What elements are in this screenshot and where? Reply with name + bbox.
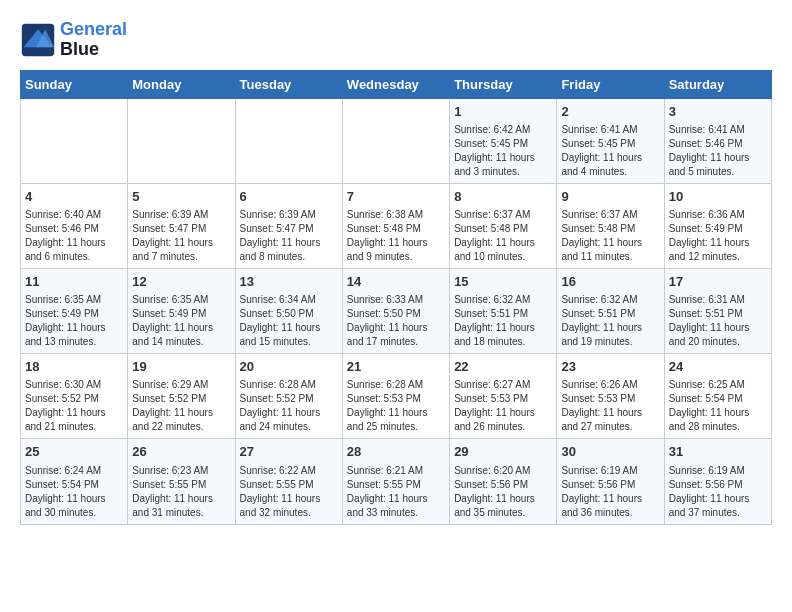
day-number: 17	[669, 273, 767, 291]
day-number: 16	[561, 273, 659, 291]
day-info: Sunrise: 6:35 AM Sunset: 5:49 PM Dayligh…	[132, 293, 230, 349]
day-cell: 4Sunrise: 6:40 AM Sunset: 5:46 PM Daylig…	[21, 183, 128, 268]
day-cell: 10Sunrise: 6:36 AM Sunset: 5:49 PM Dayli…	[664, 183, 771, 268]
day-info: Sunrise: 6:29 AM Sunset: 5:52 PM Dayligh…	[132, 378, 230, 434]
day-info: Sunrise: 6:32 AM Sunset: 5:51 PM Dayligh…	[561, 293, 659, 349]
day-info: Sunrise: 6:19 AM Sunset: 5:56 PM Dayligh…	[561, 464, 659, 520]
day-info: Sunrise: 6:33 AM Sunset: 5:50 PM Dayligh…	[347, 293, 445, 349]
day-info: Sunrise: 6:40 AM Sunset: 5:46 PM Dayligh…	[25, 208, 123, 264]
day-info: Sunrise: 6:21 AM Sunset: 5:55 PM Dayligh…	[347, 464, 445, 520]
day-number: 29	[454, 443, 552, 461]
day-cell: 6Sunrise: 6:39 AM Sunset: 5:47 PM Daylig…	[235, 183, 342, 268]
day-info: Sunrise: 6:27 AM Sunset: 5:53 PM Dayligh…	[454, 378, 552, 434]
week-row-3: 11Sunrise: 6:35 AM Sunset: 5:49 PM Dayli…	[21, 268, 772, 353]
weekday-header-friday: Friday	[557, 70, 664, 98]
day-number: 31	[669, 443, 767, 461]
week-row-4: 18Sunrise: 6:30 AM Sunset: 5:52 PM Dayli…	[21, 354, 772, 439]
day-info: Sunrise: 6:20 AM Sunset: 5:56 PM Dayligh…	[454, 464, 552, 520]
day-number: 21	[347, 358, 445, 376]
week-row-2: 4Sunrise: 6:40 AM Sunset: 5:46 PM Daylig…	[21, 183, 772, 268]
day-cell: 17Sunrise: 6:31 AM Sunset: 5:51 PM Dayli…	[664, 268, 771, 353]
day-number: 14	[347, 273, 445, 291]
day-number: 24	[669, 358, 767, 376]
day-number: 6	[240, 188, 338, 206]
day-number: 1	[454, 103, 552, 121]
day-cell	[21, 98, 128, 183]
day-info: Sunrise: 6:41 AM Sunset: 5:45 PM Dayligh…	[561, 123, 659, 179]
day-cell: 23Sunrise: 6:26 AM Sunset: 5:53 PM Dayli…	[557, 354, 664, 439]
weekday-header-wednesday: Wednesday	[342, 70, 449, 98]
day-number: 4	[25, 188, 123, 206]
day-number: 18	[25, 358, 123, 376]
day-info: Sunrise: 6:42 AM Sunset: 5:45 PM Dayligh…	[454, 123, 552, 179]
day-info: Sunrise: 6:39 AM Sunset: 5:47 PM Dayligh…	[132, 208, 230, 264]
day-info: Sunrise: 6:36 AM Sunset: 5:49 PM Dayligh…	[669, 208, 767, 264]
day-number: 11	[25, 273, 123, 291]
day-info: Sunrise: 6:32 AM Sunset: 5:51 PM Dayligh…	[454, 293, 552, 349]
day-number: 2	[561, 103, 659, 121]
day-cell: 26Sunrise: 6:23 AM Sunset: 5:55 PM Dayli…	[128, 439, 235, 524]
day-number: 3	[669, 103, 767, 121]
day-cell: 20Sunrise: 6:28 AM Sunset: 5:52 PM Dayli…	[235, 354, 342, 439]
day-number: 19	[132, 358, 230, 376]
day-number: 20	[240, 358, 338, 376]
weekday-header-thursday: Thursday	[450, 70, 557, 98]
weekday-header-tuesday: Tuesday	[235, 70, 342, 98]
day-number: 13	[240, 273, 338, 291]
day-info: Sunrise: 6:25 AM Sunset: 5:54 PM Dayligh…	[669, 378, 767, 434]
day-number: 9	[561, 188, 659, 206]
day-number: 22	[454, 358, 552, 376]
day-cell: 25Sunrise: 6:24 AM Sunset: 5:54 PM Dayli…	[21, 439, 128, 524]
day-cell: 5Sunrise: 6:39 AM Sunset: 5:47 PM Daylig…	[128, 183, 235, 268]
day-number: 23	[561, 358, 659, 376]
day-cell: 3Sunrise: 6:41 AM Sunset: 5:46 PM Daylig…	[664, 98, 771, 183]
day-info: Sunrise: 6:30 AM Sunset: 5:52 PM Dayligh…	[25, 378, 123, 434]
day-cell: 11Sunrise: 6:35 AM Sunset: 5:49 PM Dayli…	[21, 268, 128, 353]
day-info: Sunrise: 6:41 AM Sunset: 5:46 PM Dayligh…	[669, 123, 767, 179]
day-info: Sunrise: 6:28 AM Sunset: 5:52 PM Dayligh…	[240, 378, 338, 434]
day-cell: 31Sunrise: 6:19 AM Sunset: 5:56 PM Dayli…	[664, 439, 771, 524]
day-number: 7	[347, 188, 445, 206]
day-cell: 2Sunrise: 6:41 AM Sunset: 5:45 PM Daylig…	[557, 98, 664, 183]
day-number: 12	[132, 273, 230, 291]
day-cell: 18Sunrise: 6:30 AM Sunset: 5:52 PM Dayli…	[21, 354, 128, 439]
day-number: 15	[454, 273, 552, 291]
day-number: 5	[132, 188, 230, 206]
day-cell: 28Sunrise: 6:21 AM Sunset: 5:55 PM Dayli…	[342, 439, 449, 524]
day-cell	[235, 98, 342, 183]
day-info: Sunrise: 6:38 AM Sunset: 5:48 PM Dayligh…	[347, 208, 445, 264]
week-row-1: 1Sunrise: 6:42 AM Sunset: 5:45 PM Daylig…	[21, 98, 772, 183]
day-cell: 24Sunrise: 6:25 AM Sunset: 5:54 PM Dayli…	[664, 354, 771, 439]
day-cell: 27Sunrise: 6:22 AM Sunset: 5:55 PM Dayli…	[235, 439, 342, 524]
day-number: 26	[132, 443, 230, 461]
day-cell: 14Sunrise: 6:33 AM Sunset: 5:50 PM Dayli…	[342, 268, 449, 353]
day-cell: 22Sunrise: 6:27 AM Sunset: 5:53 PM Dayli…	[450, 354, 557, 439]
day-cell: 19Sunrise: 6:29 AM Sunset: 5:52 PM Dayli…	[128, 354, 235, 439]
day-info: Sunrise: 6:23 AM Sunset: 5:55 PM Dayligh…	[132, 464, 230, 520]
day-cell: 12Sunrise: 6:35 AM Sunset: 5:49 PM Dayli…	[128, 268, 235, 353]
day-cell: 1Sunrise: 6:42 AM Sunset: 5:45 PM Daylig…	[450, 98, 557, 183]
weekday-header-monday: Monday	[128, 70, 235, 98]
day-info: Sunrise: 6:37 AM Sunset: 5:48 PM Dayligh…	[561, 208, 659, 264]
day-info: Sunrise: 6:24 AM Sunset: 5:54 PM Dayligh…	[25, 464, 123, 520]
day-info: Sunrise: 6:28 AM Sunset: 5:53 PM Dayligh…	[347, 378, 445, 434]
day-number: 30	[561, 443, 659, 461]
day-cell: 9Sunrise: 6:37 AM Sunset: 5:48 PM Daylig…	[557, 183, 664, 268]
weekday-header-row: SundayMondayTuesdayWednesdayThursdayFrid…	[21, 70, 772, 98]
day-info: Sunrise: 6:31 AM Sunset: 5:51 PM Dayligh…	[669, 293, 767, 349]
day-number: 27	[240, 443, 338, 461]
logo-icon	[20, 22, 56, 58]
day-cell	[342, 98, 449, 183]
day-info: Sunrise: 6:34 AM Sunset: 5:50 PM Dayligh…	[240, 293, 338, 349]
weekday-header-saturday: Saturday	[664, 70, 771, 98]
day-info: Sunrise: 6:35 AM Sunset: 5:49 PM Dayligh…	[25, 293, 123, 349]
day-number: 25	[25, 443, 123, 461]
day-info: Sunrise: 6:39 AM Sunset: 5:47 PM Dayligh…	[240, 208, 338, 264]
day-number: 28	[347, 443, 445, 461]
day-cell: 13Sunrise: 6:34 AM Sunset: 5:50 PM Dayli…	[235, 268, 342, 353]
day-cell: 8Sunrise: 6:37 AM Sunset: 5:48 PM Daylig…	[450, 183, 557, 268]
day-cell: 30Sunrise: 6:19 AM Sunset: 5:56 PM Dayli…	[557, 439, 664, 524]
day-info: Sunrise: 6:26 AM Sunset: 5:53 PM Dayligh…	[561, 378, 659, 434]
day-info: Sunrise: 6:22 AM Sunset: 5:55 PM Dayligh…	[240, 464, 338, 520]
logo: General Blue	[20, 20, 127, 60]
